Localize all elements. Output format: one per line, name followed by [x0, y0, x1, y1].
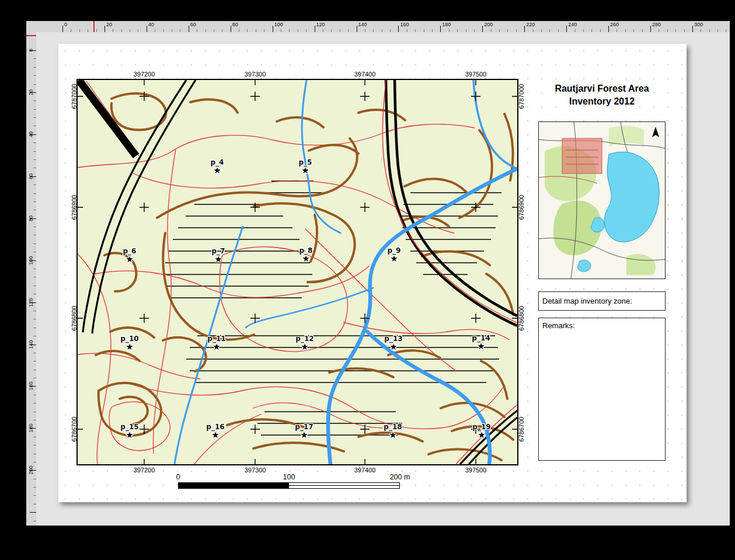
- ruler-number: 180: [27, 419, 34, 437]
- grid-coordinate-label: 397300: [245, 71, 266, 78]
- grid-coordinate-label: 6786900: [71, 195, 78, 220]
- ruler-number: 60: [27, 168, 34, 185]
- paper[interactable]: p_4★p_5★p_6★p_7★p_8★p_9★p_10★p_11★p_12★p…: [58, 44, 687, 502]
- ruler-number: 120: [27, 294, 34, 311]
- detail-zone-label: Detail map inventory zone:: [542, 297, 632, 305]
- star-marker-icon: ★: [373, 343, 414, 350]
- grid-coordinate-label: 397200: [134, 71, 155, 78]
- ruler-number: 0: [64, 22, 67, 27]
- layout-title[interactable]: Rautjarvi Forest Area Inventory 2012: [538, 82, 666, 107]
- sample-point-label: p_4: [197, 158, 238, 166]
- star-marker-icon: ★: [197, 166, 238, 174]
- scalebar-label-100: 100: [283, 473, 295, 481]
- remarks-box[interactable]: Remarks:: [538, 318, 666, 461]
- star-marker-icon: ★: [284, 343, 325, 350]
- ruler-number: 300: [694, 22, 703, 27]
- ruler-number: 0: [27, 41, 34, 59]
- grid-coordinate-label: 6786800: [518, 306, 525, 331]
- sample-point-label: p_10: [109, 335, 150, 343]
- layout-window: 0204060801001201401601802002202402602803…: [0, 0, 735, 560]
- sample-point-p_15: p_15★: [109, 423, 150, 439]
- star-marker-icon: ★: [109, 255, 150, 263]
- grid-coordinate-label: 397500: [465, 467, 487, 474]
- grid-coordinate-label: 397200: [134, 467, 155, 474]
- sample-point-label: p_19: [461, 423, 502, 431]
- horizontal-ruler[interactable]: 0204060801001201401601802002202402602803…: [36, 21, 730, 33]
- grid-coordinate-label: 6786700: [518, 417, 525, 442]
- title-line-2: Inventory 2012: [538, 95, 666, 108]
- grid-coordinate-label: 397500: [465, 71, 487, 78]
- ruler-number: 40: [27, 126, 34, 143]
- vertical-ruler[interactable]: 020406080100120140160180200: [26, 32, 37, 526]
- ruler-number: 160: [400, 22, 409, 27]
- star-marker-icon: ★: [285, 255, 326, 262]
- sample-point-p_10: p_10★: [109, 335, 150, 350]
- sample-point-p_17: p_17★: [284, 423, 325, 439]
- star-marker-icon: ★: [196, 343, 237, 350]
- grid-coordinate-label: 6787000: [71, 84, 78, 109]
- grid-coordinate-label: 6786900: [518, 195, 525, 220]
- sample-point-label: p_5: [285, 158, 326, 166]
- map-points-overlay: p_4★p_5★p_6★p_7★p_8★p_9★p_10★p_11★p_12★p…: [78, 80, 517, 464]
- ruler-number: 260: [610, 22, 619, 27]
- overview-map-canvas: [539, 122, 665, 279]
- map-frame[interactable]: p_4★p_5★p_6★p_7★p_8★p_9★p_10★p_11★p_12★p…: [76, 79, 518, 465]
- sample-point-p_12: p_12★: [284, 335, 325, 350]
- sample-point-p_14: p_14★: [461, 334, 501, 350]
- scalebar-segment-black: [179, 483, 289, 488]
- grid-coordinate-label: 397400: [354, 71, 376, 78]
- sample-point-p_6: p_6★: [109, 247, 150, 263]
- sample-point-label: p_14: [461, 334, 501, 342]
- sample-point-p_5: p_5★: [285, 158, 326, 174]
- scalebar[interactable]: 0 100 200 m: [178, 473, 412, 492]
- grid-coordinate-label: 397400: [354, 467, 376, 474]
- layout-canvas[interactable]: p_4★p_5★p_6★p_7★p_8★p_9★p_10★p_11★p_12★p…: [36, 32, 730, 526]
- inventory-zone-highlight: [562, 138, 602, 173]
- sample-point-label: p_17: [284, 423, 325, 431]
- sample-point-p_9: p_9★: [374, 246, 414, 262]
- sample-point-label: p_18: [372, 423, 413, 431]
- scalebar-label-0: 0: [176, 473, 180, 481]
- star-marker-icon: ★: [372, 431, 413, 439]
- sample-point-label: p_12: [284, 335, 325, 343]
- sample-point-p_16: p_16★: [195, 423, 236, 439]
- ruler-number: 20: [106, 22, 112, 27]
- ruler-number: 20: [27, 84, 34, 101]
- sample-point-label: p_11: [196, 335, 237, 343]
- grid-coordinate-label: 397300: [245, 467, 266, 474]
- sample-point-p_11: p_11★: [196, 335, 237, 350]
- cursor-position-marker: [26, 35, 36, 36]
- detail-zone-box[interactable]: Detail map inventory zone:: [538, 291, 666, 311]
- sample-point-label: p_13: [373, 335, 414, 343]
- sample-point-p_4: p_4★: [197, 158, 238, 174]
- ruler-number: 200: [27, 461, 34, 479]
- ruler-major-ticks: [62, 26, 730, 32]
- sample-point-label: p_15: [109, 423, 150, 431]
- sample-point-p_8: p_8★: [285, 246, 326, 262]
- ruler-number: 160: [27, 377, 34, 395]
- grid-coordinate-label: 6786800: [71, 306, 78, 331]
- ruler-number: 60: [190, 22, 196, 27]
- sample-point-label: p_16: [195, 423, 236, 431]
- remarks-label: Remarks:: [542, 321, 575, 330]
- overview-map[interactable]: [538, 121, 666, 279]
- ruler-number: 140: [27, 336, 34, 353]
- star-marker-icon: ★: [109, 343, 150, 350]
- cursor-position-marker: [93, 21, 95, 32]
- grid-coordinate-label: 6786700: [71, 417, 78, 442]
- ruler-number: 40: [148, 22, 154, 27]
- star-marker-icon: ★: [461, 342, 501, 350]
- scalebar-segment-divider: [289, 485, 399, 486]
- ruler-number: 140: [358, 22, 367, 27]
- ruler-number: 280: [652, 22, 661, 27]
- ruler-major-ticks: [30, 50, 36, 526]
- ruler-number: 220: [526, 22, 535, 27]
- sample-point-label: p_8: [285, 246, 326, 255]
- star-marker-icon: ★: [374, 255, 414, 262]
- scalebar-label-200: 200 m: [390, 473, 410, 481]
- title-line-1: Rautjarvi Forest Area: [538, 82, 666, 95]
- sample-point-p_18: p_18★: [372, 423, 413, 439]
- ruler-number: 200: [484, 22, 493, 27]
- sample-point-p_7: p_7★: [198, 247, 239, 263]
- sample-point-label: p_7: [198, 247, 239, 255]
